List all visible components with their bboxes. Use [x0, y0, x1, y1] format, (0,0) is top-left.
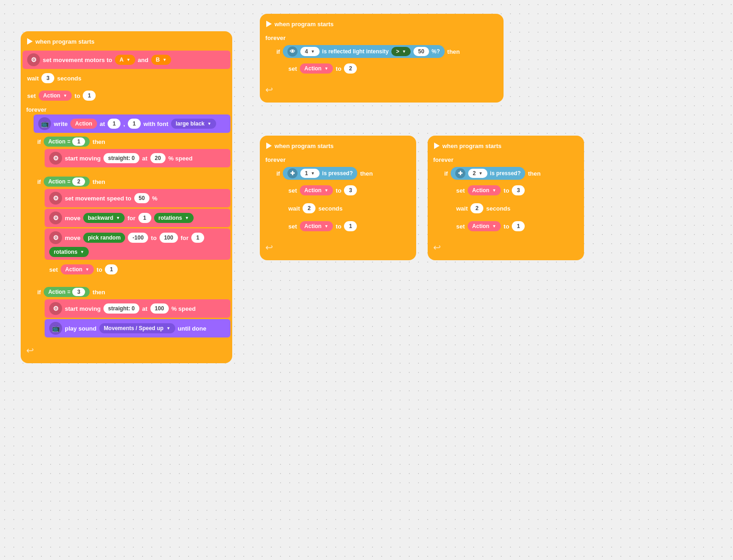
if-inner-2: ⚙ set movement speed to 50 % ⚙ move back…	[34, 189, 230, 280]
set-to-val-1[interactable]: 1	[83, 91, 96, 101]
start-moving-1: ⚙ start moving straight: 0 at 20 % speed	[45, 149, 230, 167]
write-at-label: at	[100, 120, 105, 127]
to-label-btn-2a: to	[504, 187, 509, 194]
loop-arrow-1: ↩	[23, 343, 230, 358]
btn-val-2b[interactable]: 1	[512, 221, 525, 231]
sensor-set-val[interactable]: 2	[344, 63, 357, 74]
write-label: write	[54, 120, 68, 127]
action-pill-2[interactable]: Action▼	[61, 264, 94, 274]
if-btn-inner-2: set Action▼ to 3 wait 2 seconds	[441, 182, 582, 236]
sound-icon: 📺	[49, 322, 62, 335]
drive-icon-3: ⚙	[49, 211, 62, 224]
motor-b-pill[interactable]: B▼	[151, 55, 172, 65]
sensor-num[interactable]: 4▼	[300, 47, 320, 56]
btn-val-2a[interactable]: 3	[512, 185, 525, 195]
wait-label-btn-1: wait	[288, 205, 300, 212]
if-sensor-header: if 👁 4▼ is reflected light intensity >▼ …	[273, 43, 502, 60]
if-inner-1: ⚙ start moving straight: 0 at 20 % speed	[34, 149, 230, 169]
if-label-btn-1: if	[276, 170, 280, 177]
set-label-btn-1a: set	[288, 187, 297, 194]
cond-val-3[interactable]: 3	[72, 288, 85, 296]
screen-icon: 📺	[38, 117, 51, 130]
move-dir-pill[interactable]: backward▼	[83, 213, 125, 223]
if-block-2: if Action = 2 then ⚙ set movement speed …	[34, 174, 230, 283]
is-pressed-label-1: is pressed?	[322, 170, 353, 177]
cond-val-1[interactable]: 1	[72, 137, 85, 146]
hat-block-4: when program starts	[429, 137, 582, 154]
op-pill[interactable]: >▼	[391, 47, 411, 56]
if-label-3: if	[37, 289, 41, 296]
then-label-btn-1: then	[360, 170, 372, 177]
forever-label-3: forever	[262, 155, 414, 165]
play-icon-2	[266, 21, 272, 27]
action-pill-sensor[interactable]: Action▼	[300, 63, 333, 74]
motor-a-pill[interactable]: A▼	[115, 55, 135, 65]
stack-3: when program starts forever if ✚ 1▼ is p…	[260, 136, 416, 260]
set-action-1: set Action▼ to 1	[23, 87, 230, 104]
straight-pill-2[interactable]: straight: 0	[103, 303, 139, 314]
loop-arrow-4: ↩	[429, 240, 582, 255]
btn-num-1[interactable]: 1▼	[300, 169, 320, 178]
to-label-btn-1a: to	[336, 187, 341, 194]
action-pill-btn-2a[interactable]: Action▼	[468, 185, 501, 195]
then-label-btn-2: then	[528, 170, 540, 177]
if-header-3: if Action = 3 then	[34, 285, 230, 299]
btn-num-2[interactable]: 2▼	[468, 169, 487, 178]
forever-inner-1: 📺 write Action at 1 , 1 with font large …	[23, 114, 230, 343]
write-action-pill[interactable]: Action	[70, 119, 97, 129]
write-block: 📺 write Action at 1 , 1 with font large …	[34, 114, 230, 133]
speed-val-2[interactable]: 50	[134, 193, 149, 203]
move-amt-2[interactable]: 1	[191, 233, 204, 243]
and-label: and	[138, 57, 149, 63]
wait-secs-btn-2[interactable]: 2	[470, 203, 483, 213]
move-random: ⚙ move pick random -100 to 100 for 1 rot…	[45, 229, 230, 260]
is-pressed-label-2: is pressed?	[490, 170, 521, 177]
hat-block-2: when program starts	[262, 16, 502, 32]
wait-block-btn-1: wait 2 seconds	[284, 200, 414, 217]
start-moving-label-2: start moving	[65, 305, 101, 312]
straight-pill-1[interactable]: straight: 0	[103, 153, 139, 163]
if-condition-3: Action = 3	[44, 287, 90, 297]
set-to-val-2[interactable]: 1	[105, 264, 118, 274]
if-inner-3: ⚙ start moving straight: 0 at 100 % spee…	[34, 299, 230, 339]
wait-secs-btn-1[interactable]: 2	[303, 203, 315, 213]
btn-icon-1: ✚	[287, 168, 298, 178]
at-label-1: at	[142, 155, 148, 162]
write-y-val[interactable]: 1	[128, 119, 141, 129]
sensor-val[interactable]: 50	[413, 47, 429, 56]
btn-sensor-1: ✚ 1▼ is pressed?	[283, 167, 357, 180]
pct-label-2: %?	[432, 48, 440, 55]
rand-min-val[interactable]: -100	[128, 233, 148, 243]
if-condition-1: Action = 1	[44, 137, 90, 147]
action-pill-btn-2b[interactable]: Action▼	[468, 221, 501, 231]
play-sound-block: 📺 play sound Movements / Speed up▼ until…	[45, 319, 230, 337]
seconds-label-btn-1: seconds	[318, 205, 343, 212]
font-pill[interactable]: large black▼	[171, 119, 216, 129]
wait-secs-1[interactable]: 3	[41, 73, 54, 83]
set-action-btn-2b: set Action▼ to 1	[452, 218, 582, 234]
move-unit-pill-2[interactable]: rotations▼	[49, 247, 89, 257]
speed-val-1[interactable]: 20	[150, 153, 166, 163]
move-unit-pill-1[interactable]: rotations▼	[154, 213, 194, 223]
set-action-btn-1a: set Action▼ to 3	[284, 182, 414, 199]
move-amt-1[interactable]: 1	[138, 213, 151, 223]
drive-icon-4: ⚙	[49, 231, 62, 244]
pick-random-pill[interactable]: pick random	[83, 233, 125, 243]
drive-icon-2: ⚙	[49, 192, 62, 205]
action-pill-1[interactable]: Action▼	[39, 91, 72, 101]
set-action-btn-2a: set Action▼ to 3	[452, 182, 582, 199]
cond-val-2[interactable]: 2	[72, 177, 85, 186]
sensor-block: 👁 4▼ is reflected light intensity >▼ 50 …	[283, 45, 445, 58]
comma-label: ,	[123, 120, 125, 127]
if-label-btn-2: if	[444, 170, 448, 177]
if-button-2: if ✚ 2▼ is pressed? then set Ac	[441, 165, 582, 240]
rand-max-val[interactable]: 100	[160, 233, 178, 243]
btn-val-1b[interactable]: 1	[344, 221, 357, 231]
speed-val-3[interactable]: 100	[150, 303, 169, 314]
forever-label-1: forever	[23, 105, 230, 114]
sound-name-pill[interactable]: Movements / Speed up▼	[99, 323, 175, 333]
write-x-val[interactable]: 1	[108, 119, 120, 129]
btn-val-1a[interactable]: 3	[344, 185, 357, 195]
action-pill-btn-1a[interactable]: Action▼	[300, 185, 333, 195]
action-pill-btn-1b[interactable]: Action▼	[300, 221, 333, 231]
